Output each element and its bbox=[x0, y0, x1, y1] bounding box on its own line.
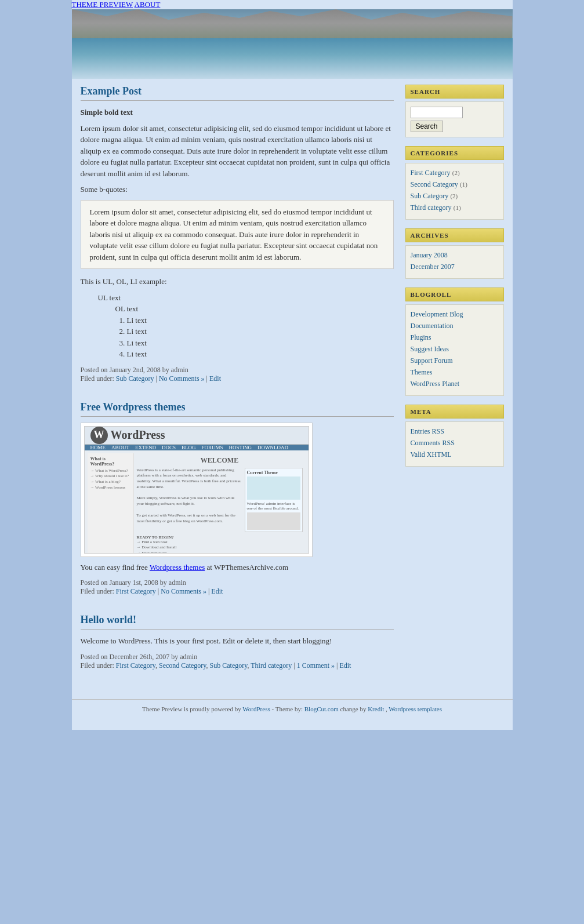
sidebar-search-title: SEARCH bbox=[405, 85, 504, 99]
blogroll-link[interactable]: Documentation bbox=[411, 322, 454, 330]
list-item: Li text bbox=[127, 337, 394, 349]
wp-body: What is WordPress? → What is WordPress? … bbox=[85, 450, 309, 554]
list-item: First Category (2) bbox=[411, 168, 499, 177]
cat-link[interactable]: First Category bbox=[411, 169, 451, 177]
hello-cat-2[interactable]: Second Category bbox=[159, 661, 206, 670]
bquote-label: Some b-quotes: bbox=[81, 184, 394, 195]
list-item: Documentation bbox=[411, 321, 499, 330]
post-edit-link-2[interactable]: Edit bbox=[211, 587, 223, 595]
list-item: Second Category (1) bbox=[411, 180, 499, 189]
cat-link[interactable]: Third category bbox=[411, 203, 452, 212]
hello-cat-1[interactable]: First Category bbox=[116, 661, 155, 670]
blogroll-link[interactable]: Suggest Ideas bbox=[411, 345, 449, 353]
list-item: Plugins bbox=[411, 333, 499, 342]
footer-wordpress-link[interactable]: WordPress bbox=[242, 705, 270, 712]
list-item: Themes bbox=[411, 368, 499, 377]
list-section: This is UL, OL, LI example: UL text OL t… bbox=[81, 276, 394, 360]
post-blockquote: Lorem ipsum dolor sit amet, consectetur … bbox=[81, 200, 394, 270]
wp-nav-home: HOME bbox=[90, 445, 106, 450]
theme-preview-link[interactable]: THEME PREVIEW bbox=[72, 0, 133, 9]
ul-text: UL text bbox=[98, 293, 121, 302]
categories-list: First Category (2) Second Category (1) S… bbox=[411, 168, 499, 212]
hello-comments[interactable]: 1 Comment » bbox=[297, 661, 335, 670]
post-comments-link-2[interactable]: No Comments » bbox=[161, 587, 206, 595]
post-divider-2 bbox=[81, 416, 394, 417]
blogroll-link[interactable]: WordPress Planet bbox=[411, 380, 460, 388]
list-item: Third category (1) bbox=[411, 203, 499, 212]
wp-sidebar-header: What is WordPress? bbox=[90, 456, 130, 467]
wp-sidebar-items: → What is WordPress? → Why should I use … bbox=[90, 468, 130, 491]
post-content-hello: Welcome to WordPress. This is your first… bbox=[81, 635, 394, 647]
blogroll-link[interactable]: Themes bbox=[411, 368, 433, 376]
post-category-link[interactable]: Sub Category bbox=[116, 374, 154, 383]
list-item: Comments RSS bbox=[411, 438, 499, 448]
sidebar-categories-title: CATEGORIES bbox=[405, 146, 504, 160]
wp-body-text: WordPress is a state-of-the-art semantic… bbox=[137, 468, 242, 532]
meta-link[interactable]: Valid XHTML bbox=[411, 450, 452, 459]
site-header: THEME PREVIEW ABOUT bbox=[72, 0, 513, 79]
post-title-example: Example Post bbox=[81, 85, 394, 97]
wp-theme-screenshots bbox=[247, 512, 300, 530]
wp-header: W WordPress bbox=[85, 427, 309, 445]
post-meta-example: Posted on January 2nd, 2008 by admin Fil… bbox=[81, 366, 394, 383]
sidebar-search-content: Search bbox=[405, 101, 504, 137]
sidebar-meta: META Entries RSS Comments RSS Valid XHTM… bbox=[405, 405, 504, 467]
wp-theme-preview bbox=[247, 476, 300, 500]
li-list: Li text Li text Li text Li text bbox=[127, 315, 394, 360]
hello-cat-4[interactable]: Third category bbox=[251, 661, 292, 670]
about-link[interactable]: ABOUT bbox=[135, 0, 161, 9]
wordpress-themes-link[interactable]: Wordpress themes bbox=[150, 563, 205, 572]
meta-link[interactable]: Entries RSS bbox=[411, 427, 444, 435]
hello-cat-3[interactable]: Sub Category bbox=[210, 661, 248, 670]
post-hello-world: Hello world! Welcome to WordPress. This … bbox=[81, 613, 394, 670]
footer-kredit-link[interactable]: Kredit bbox=[368, 705, 384, 712]
footer-templates-link[interactable]: Wordpress templates bbox=[389, 705, 442, 712]
footer-blogcut-link[interactable]: BlogCut.com bbox=[304, 705, 339, 712]
sidebar-archives: ARCHIVES January 2008 December 2007 bbox=[405, 228, 504, 279]
sidebar: SEARCH Search CATEGORIES First Category … bbox=[405, 85, 504, 687]
list-item: Valid XHTML bbox=[411, 450, 499, 459]
wp-sidebar-small: What is WordPress? → What is WordPress? … bbox=[88, 453, 134, 554]
archive-link[interactable]: December 2007 bbox=[411, 263, 455, 271]
post-content-wordpress: You can easy find free Wordpress themes … bbox=[81, 562, 394, 573]
blogroll-link[interactable]: Development Blog bbox=[411, 310, 463, 318]
post-comments-link[interactable]: No Comments » bbox=[159, 374, 205, 383]
sidebar-archives-title: ARCHIVES bbox=[405, 228, 504, 242]
sidebar-blogroll-title: BLOGROLL bbox=[405, 288, 504, 301]
wp-themes-box: Current Theme WordPress' admin interface… bbox=[245, 468, 303, 532]
post-content-example: Simple bold text Lorem ipsum dolor sit a… bbox=[81, 107, 394, 360]
list-item: Development Blog bbox=[411, 310, 499, 319]
post-edit-link[interactable]: Edit bbox=[209, 374, 221, 383]
post-title-hello: Hello world! bbox=[81, 613, 394, 626]
wp-main-small: WELCOME WordPress is a state-of-the-art … bbox=[134, 453, 306, 554]
wp-ready-items: → Find a web host → Download and Install… bbox=[137, 540, 303, 554]
search-button[interactable]: Search bbox=[411, 121, 443, 132]
meta-link[interactable]: Comments RSS bbox=[411, 439, 455, 447]
list-item: January 2008 bbox=[411, 250, 499, 260]
wp-themes-title: Current Theme bbox=[247, 470, 300, 475]
wp-ready-label: READY TO BEGIN? bbox=[137, 535, 303, 540]
ol-section: OL text Li text Li text Li text Li text bbox=[115, 303, 394, 360]
list-item: Sub Category (2) bbox=[411, 191, 499, 201]
hello-edit[interactable]: Edit bbox=[339, 661, 351, 670]
post-example: Example Post Simple bold text Lorem ipsu… bbox=[81, 85, 394, 383]
list-label: This is UL, OL, LI example: bbox=[81, 276, 394, 288]
search-input[interactable] bbox=[411, 107, 463, 118]
list-item: WordPress Planet bbox=[411, 379, 499, 388]
sidebar-blogroll-content: Development Blog Documentation Plugins S… bbox=[405, 304, 504, 396]
list-item: Suggest Ideas bbox=[411, 344, 499, 354]
list-item: Li text bbox=[127, 326, 394, 337]
list-item: December 2007 bbox=[411, 262, 499, 271]
blogroll-link[interactable]: Plugins bbox=[411, 333, 431, 341]
cat-link[interactable]: Sub Category bbox=[411, 192, 449, 200]
list-item: Li text bbox=[127, 348, 394, 360]
post-wordpress: Free Wordpress themes W WordPress HOME bbox=[81, 401, 394, 596]
sidebar-blogroll: BLOGROLL Development Blog Documentation … bbox=[405, 288, 504, 396]
ul-section: UL text OL text Li text Li text Li text … bbox=[98, 292, 394, 360]
cat-link[interactable]: Second Category bbox=[411, 180, 458, 188]
wp-themes-panel: Current Theme WordPress' admin interface… bbox=[245, 468, 303, 532]
post-meta-wordpress: Posted on January 1st, 2008 by admin Fil… bbox=[81, 579, 394, 596]
archive-link[interactable]: January 2008 bbox=[411, 251, 448, 259]
post-category-link-2[interactable]: First Category bbox=[116, 587, 156, 595]
blogroll-link[interactable]: Support Forum bbox=[411, 356, 453, 365]
